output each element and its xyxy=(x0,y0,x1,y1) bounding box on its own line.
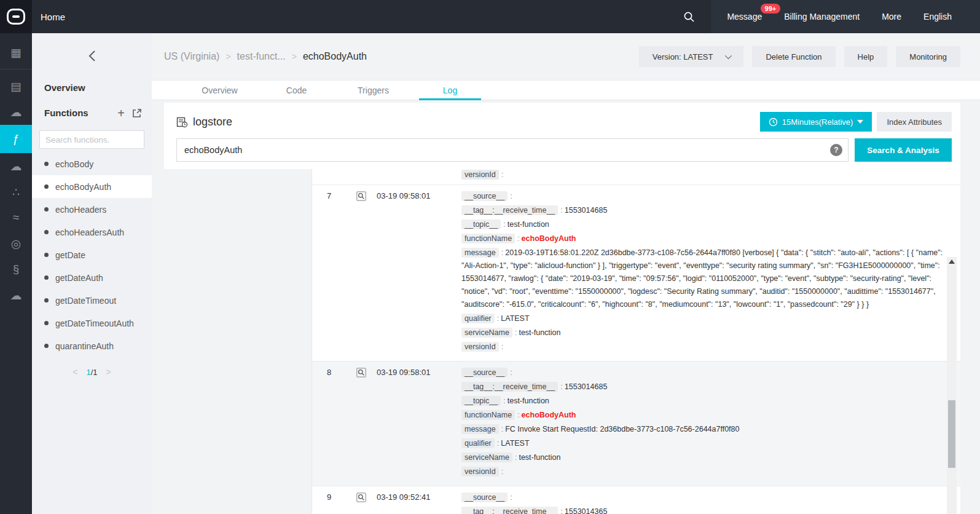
tab-triggers[interactable]: Triggers xyxy=(335,81,412,100)
function-list-pagination: < 1/1 > xyxy=(32,367,152,377)
field-value: echoBodyAuth xyxy=(522,234,576,243)
field-key: serviceName xyxy=(461,328,512,338)
page-next-icon[interactable]: > xyxy=(106,367,111,377)
scroll-up-icon[interactable] xyxy=(949,259,955,264)
field-key: versionId xyxy=(461,467,499,476)
breadcrumb-separator: > xyxy=(225,52,230,61)
breadcrumb-item[interactable]: US (Virginia) xyxy=(164,51,219,62)
tab-overview[interactable]: Overview xyxy=(181,81,258,100)
log-content: logstore 15Minutes(Relative) Index Attri… xyxy=(152,100,980,514)
section-service-icon[interactable]: § xyxy=(0,256,32,282)
network-nodes-icon[interactable]: ∴ xyxy=(0,179,32,205)
breadcrumb: US (Virginia)>test-funct...>echoBodyAuth xyxy=(164,51,639,62)
log-query-input[interactable] xyxy=(176,138,849,162)
field-key: __tag__:__receive_time__ xyxy=(461,382,558,392)
field-key: message xyxy=(461,424,499,434)
function-compute-icon[interactable]: ƒ xyxy=(0,125,32,153)
view-detail-icon[interactable] xyxy=(356,492,366,514)
alibaba-cloud-logo[interactable] xyxy=(0,0,32,33)
log-field: versionId: xyxy=(461,341,954,354)
field-key: __source__ xyxy=(461,368,508,378)
bullet-icon xyxy=(44,184,49,189)
field-key: __tag__:__receive_time__ xyxy=(461,205,558,215)
log-table: versionId: 703-19 09:58:01__source__:__t… xyxy=(312,169,960,514)
server-ecs-icon[interactable]: ▤ xyxy=(0,73,32,99)
sidebar-item-echoBodyAuth[interactable]: echoBodyAuth xyxy=(32,175,152,198)
wave-service-icon[interactable]: ≈ xyxy=(0,205,32,231)
log-field: __topic__:test-function xyxy=(461,395,954,408)
cloud-outline-icon[interactable]: ☁ xyxy=(0,153,32,179)
breadcrumb-item[interactable]: test-funct... xyxy=(237,51,286,62)
field-key: __tag__:__receive_time__ xyxy=(461,507,558,514)
log-row-number: 8 xyxy=(312,366,346,480)
log-row-time: 03-19 09:52:41 xyxy=(377,491,461,514)
chevron-down-icon xyxy=(725,52,732,59)
collapse-panel-button[interactable] xyxy=(32,33,152,75)
brand-icon xyxy=(7,9,25,25)
log-field: serviceName:test-function xyxy=(461,451,954,464)
bullet-icon xyxy=(44,253,49,257)
sidebar-item-echoHeadersAuth[interactable]: echoHeadersAuth xyxy=(32,221,152,243)
version-dropdown[interactable]: Version: LATEST xyxy=(639,46,744,67)
field-key: functionName xyxy=(461,410,515,420)
query-help-icon[interactable]: ? xyxy=(830,144,842,156)
sidebar-item-echoBody[interactable]: echoBody xyxy=(32,152,152,175)
page-indicator: 1/1 xyxy=(86,368,97,377)
field-key: __source__ xyxy=(461,191,508,201)
expand-panel-icon[interactable] xyxy=(132,108,142,118)
home-link[interactable]: Home xyxy=(41,12,65,22)
log-row-time: 03-19 09:58:01 xyxy=(377,190,461,355)
sidebar-item-quarantineAuth[interactable]: quarantineAuth xyxy=(32,334,152,357)
view-detail-icon[interactable] xyxy=(356,368,366,480)
field-key: message xyxy=(461,248,499,258)
vertical-scrollbar[interactable] xyxy=(947,257,957,514)
search-functions-input[interactable] xyxy=(39,130,144,149)
sidebar-item-getDateTimeoutAuth[interactable]: getDateTimeoutAuth xyxy=(32,312,152,334)
cloud-sync-icon[interactable]: ◎ xyxy=(0,231,32,256)
tab-log[interactable]: Log xyxy=(412,81,488,100)
time-range-dropdown[interactable]: 15Minutes(Relative) xyxy=(760,112,872,132)
field-value: test-function xyxy=(519,453,560,462)
billing-management-menu[interactable]: Billing Management xyxy=(784,12,860,22)
bullet-icon xyxy=(44,298,49,302)
language-menu[interactable]: English xyxy=(923,12,952,22)
sidebar-item-functions[interactable]: Functions xyxy=(32,100,110,125)
log-field: __tag__:__receive_time__:1553014685 xyxy=(461,204,954,217)
sidebar-item-getDateAuth[interactable]: getDateAuth xyxy=(32,266,152,289)
tab-code[interactable]: Code xyxy=(258,81,335,100)
field-key: __topic__ xyxy=(461,396,501,406)
field-value: LATEST xyxy=(501,439,529,448)
sidebar-item-echoHeaders[interactable]: echoHeaders xyxy=(32,198,152,221)
log-field: functionName:echoBodyAuth xyxy=(461,409,954,422)
log-field: __source__: xyxy=(461,366,954,379)
scrollbar-thumb[interactable] xyxy=(948,400,955,468)
storage-cloud-icon[interactable]: ☁ xyxy=(0,282,32,308)
index-attributes-button[interactable]: Index Attributes xyxy=(877,112,952,132)
message-label: Message xyxy=(727,12,762,22)
breadcrumb-separator: > xyxy=(292,52,297,61)
field-key: qualifier xyxy=(461,314,495,323)
message-menu[interactable]: Message 99+ xyxy=(727,12,762,22)
monitoring-button[interactable]: Monitoring xyxy=(896,46,960,67)
add-function-icon[interactable]: + xyxy=(117,108,125,118)
field-key: __source__ xyxy=(461,492,508,502)
more-menu[interactable]: More xyxy=(882,12,901,22)
sidebar-item-getDateTimeout[interactable]: getDateTimeout xyxy=(32,289,152,312)
sidebar-item-getDate[interactable]: getDate xyxy=(32,243,152,266)
search-analysis-button[interactable]: Search & Analysis xyxy=(855,138,952,162)
log-field: __tag__:__receive_time__:1553014365 xyxy=(461,505,954,514)
apps-grid-icon[interactable]: ▦ xyxy=(0,39,32,65)
search-icon[interactable] xyxy=(667,11,711,23)
top-navbar: Home Message 99+ Billing Management More… xyxy=(0,0,980,33)
function-list: echoBodyechoBodyAuthechoHeadersechoHeade… xyxy=(32,152,152,357)
page-prev-icon[interactable]: < xyxy=(73,367,77,377)
view-detail-icon[interactable] xyxy=(356,191,366,355)
field-value: echoBodyAuth xyxy=(522,411,576,419)
sidebar-item-overview[interactable]: Overview xyxy=(32,75,152,100)
log-row-partial: versionId: xyxy=(312,169,960,185)
help-button[interactable]: Help xyxy=(844,46,888,67)
field-value: FC Invoke Start RequestId: 2d36bdbe-3773… xyxy=(505,425,739,433)
cloud-service-icon[interactable]: ☁ xyxy=(0,99,32,125)
field-value: 1553014365 xyxy=(565,507,608,514)
delete-function-button[interactable]: Delete Function xyxy=(752,46,835,67)
